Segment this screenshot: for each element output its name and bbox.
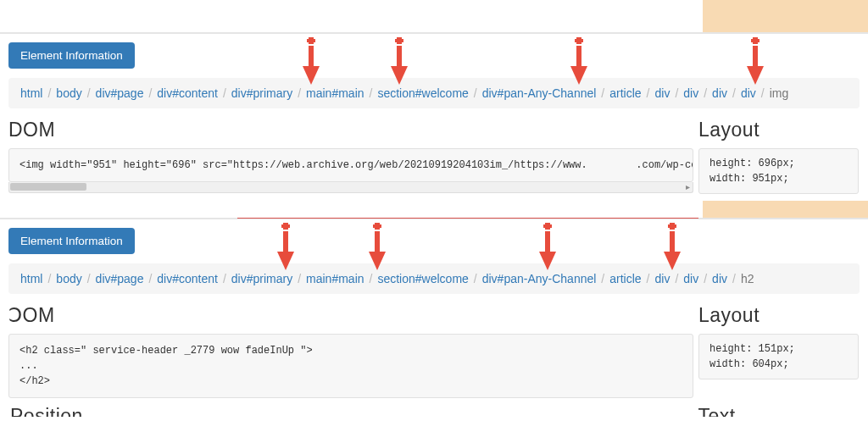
breadcrumb-link[interactable]: div xyxy=(683,272,698,285)
svg-rect-2 xyxy=(314,39,315,42)
dom-heading: DOM xyxy=(8,119,693,141)
breadcrumb-link[interactable]: div xyxy=(683,86,698,100)
breadcrumb-link[interactable]: div xyxy=(655,86,670,100)
svg-rect-36 xyxy=(668,224,670,228)
svg-marker-34 xyxy=(539,252,556,270)
svg-rect-13 xyxy=(576,46,581,66)
badge-row: Element Information xyxy=(0,219,868,263)
svg-marker-4 xyxy=(303,66,320,85)
arrow-icon xyxy=(390,36,409,85)
svg-marker-39 xyxy=(664,252,681,270)
svg-rect-8 xyxy=(397,46,402,66)
arrow-icon xyxy=(663,221,682,270)
svg-rect-3 xyxy=(309,46,314,66)
svg-rect-21 xyxy=(281,224,283,228)
svg-marker-14 xyxy=(570,66,587,85)
svg-marker-9 xyxy=(391,66,408,85)
svg-rect-11 xyxy=(575,39,576,42)
svg-rect-35 xyxy=(670,223,675,230)
arrow-icon xyxy=(570,36,588,85)
breadcrumb-link[interactable]: div#content xyxy=(157,272,218,285)
breadcrumb-link[interactable]: div#page xyxy=(96,86,144,100)
svg-rect-17 xyxy=(758,39,760,42)
dom-code[interactable]: <h2 class=" service-header _2779 wow fad… xyxy=(8,334,693,398)
breadcrumb-current: img xyxy=(770,86,789,100)
breadcrumb-link[interactable]: main#main xyxy=(306,86,364,100)
breadcrumb-link[interactable]: article xyxy=(609,86,641,100)
breadcrumb-link[interactable]: div#primary xyxy=(231,86,292,100)
arrow-icon xyxy=(746,36,765,85)
svg-rect-20 xyxy=(283,223,288,230)
breadcrumb-link[interactable]: div xyxy=(712,86,727,100)
svg-rect-38 xyxy=(670,231,675,252)
element-information-badge[interactable]: Element Information xyxy=(8,42,135,69)
breadcrumb-link[interactable]: div#pan-Any-Channel xyxy=(482,272,597,285)
breadcrumb-link[interactable]: section#welcome xyxy=(377,86,468,100)
svg-rect-7 xyxy=(402,39,403,42)
breadcrumb-link[interactable]: section#welcome xyxy=(377,272,468,285)
breadcrumb-link[interactable]: div#primary xyxy=(231,272,292,285)
svg-rect-1 xyxy=(307,39,309,42)
dom-heading: ƆOM xyxy=(8,304,693,327)
svg-rect-18 xyxy=(753,46,758,66)
layout-code: height: 696px; width: 951px; xyxy=(698,148,859,194)
breadcrumb-link[interactable]: body xyxy=(56,272,81,285)
breadcrumb: html/body/div#page/div#content/div#prima… xyxy=(8,263,860,294)
dom-code[interactable]: <img width="951" height="696" src="https… xyxy=(8,148,693,182)
svg-rect-23 xyxy=(283,231,288,252)
scrollbar-thumb[interactable] xyxy=(10,183,86,191)
svg-rect-5 xyxy=(397,37,402,44)
breadcrumb-link[interactable]: div#pan-Any-Channel xyxy=(482,86,597,100)
layout-heading: Layout xyxy=(698,304,859,327)
svg-rect-28 xyxy=(375,231,380,252)
svg-marker-29 xyxy=(369,252,386,270)
svg-rect-30 xyxy=(545,223,550,230)
svg-rect-12 xyxy=(581,39,583,42)
arrow-icon xyxy=(368,221,387,270)
underline xyxy=(237,218,698,219)
position-heading: Position xyxy=(10,402,693,417)
breadcrumb-link[interactable]: article xyxy=(609,272,641,285)
layout-heading: Layout xyxy=(698,119,859,141)
horizontal-scrollbar[interactable]: ▸ xyxy=(8,182,693,193)
svg-rect-10 xyxy=(576,37,581,44)
layout-code: height: 151px; width: 604px; xyxy=(698,334,859,379)
element-information-badge[interactable]: Element Information xyxy=(8,228,135,254)
svg-marker-24 xyxy=(277,252,294,270)
svg-rect-31 xyxy=(543,224,545,228)
svg-rect-37 xyxy=(675,224,676,228)
text-heading: Text xyxy=(698,402,858,417)
breadcrumb-link[interactable]: main#main xyxy=(306,272,364,285)
breadcrumb-link[interactable]: div xyxy=(712,272,727,285)
arrow-icon xyxy=(276,221,295,270)
top-strip xyxy=(0,201,868,219)
svg-rect-0 xyxy=(309,37,314,44)
arrow-icon xyxy=(538,221,557,270)
svg-rect-25 xyxy=(375,223,380,230)
badge-row: Element Information xyxy=(0,34,868,78)
svg-rect-6 xyxy=(395,39,397,42)
arrow-icon xyxy=(302,36,320,85)
svg-rect-15 xyxy=(753,37,758,44)
breadcrumb-current: h2 xyxy=(741,272,754,285)
breadcrumb-link[interactable]: div#content xyxy=(157,86,218,100)
breadcrumb-link[interactable]: html xyxy=(20,272,42,285)
svg-marker-19 xyxy=(747,66,764,85)
svg-rect-32 xyxy=(550,224,552,228)
top-strip xyxy=(0,0,868,34)
breadcrumb-link[interactable]: div#page xyxy=(96,272,144,285)
svg-rect-16 xyxy=(751,39,753,42)
breadcrumb-link[interactable]: div xyxy=(741,86,756,100)
svg-rect-27 xyxy=(380,224,381,228)
breadcrumb-link[interactable]: div xyxy=(655,272,670,285)
breadcrumb: html/body/div#page/div#content/div#prima… xyxy=(8,78,860,108)
breadcrumb-link[interactable]: body xyxy=(56,86,81,100)
svg-rect-22 xyxy=(288,224,290,228)
svg-rect-33 xyxy=(545,231,550,252)
scroll-right-icon[interactable]: ▸ xyxy=(686,182,690,191)
inspector-panel: Element Information html/body/div#page/d… xyxy=(0,201,868,417)
breadcrumb-link[interactable]: html xyxy=(20,86,42,100)
svg-rect-26 xyxy=(373,224,375,228)
inspector-panel: Element Information html/body/div#page/d… xyxy=(0,0,868,194)
